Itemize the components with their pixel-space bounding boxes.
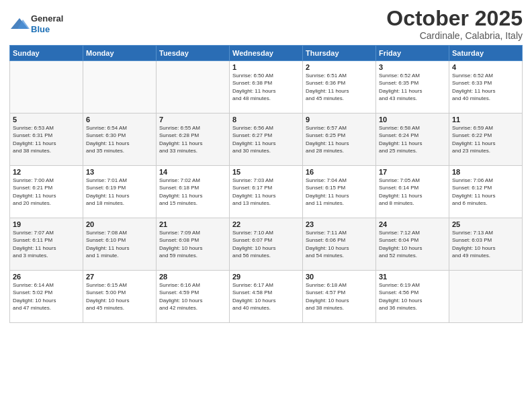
header-wednesday: Wednesday — [230, 46, 303, 61]
day-number: 1 — [232, 63, 300, 71]
calendar-cell: 10Sunrise: 6:58 AM Sunset: 6:24 PM Dayli… — [376, 113, 449, 166]
day-info: Sunrise: 7:09 AM Sunset: 6:08 PM Dayligh… — [159, 229, 226, 259]
calendar-cell: 18Sunrise: 7:06 AM Sunset: 6:12 PM Dayli… — [449, 166, 523, 218]
calendar-cell: 12Sunrise: 7:00 AM Sunset: 6:21 PM Dayli… — [10, 166, 83, 218]
calendar-cell: 30Sunrise: 6:18 AM Sunset: 4:57 PM Dayli… — [303, 271, 376, 323]
day-info: Sunrise: 6:16 AM Sunset: 4:59 PM Dayligh… — [159, 281, 226, 312]
day-info: Sunrise: 7:12 AM Sunset: 6:04 PM Dayligh… — [379, 229, 446, 259]
day-number: 11 — [452, 116, 519, 124]
day-info: Sunrise: 6:52 AM Sunset: 6:33 PM Dayligh… — [452, 72, 519, 102]
logo-icon — [9, 17, 30, 32]
calendar-cell — [10, 61, 83, 113]
logo-text: General Blue — [31, 13, 63, 34]
day-info: Sunrise: 7:11 AM Sunset: 6:06 PM Dayligh… — [306, 229, 373, 259]
day-number: 16 — [306, 168, 373, 176]
calendar-cell: 27Sunrise: 6:15 AM Sunset: 5:00 PM Dayli… — [83, 271, 157, 323]
calendar-cell: 15Sunrise: 7:03 AM Sunset: 6:17 PM Dayli… — [230, 166, 303, 218]
day-info: Sunrise: 6:52 AM Sunset: 6:35 PM Dayligh… — [379, 72, 446, 102]
day-number: 3 — [379, 63, 446, 71]
calendar-cell: 26Sunrise: 6:14 AM Sunset: 5:02 PM Dayli… — [10, 271, 83, 323]
calendar-cell — [83, 61, 157, 113]
day-info: Sunrise: 7:05 AM Sunset: 6:14 PM Dayligh… — [379, 177, 446, 207]
day-info: Sunrise: 6:14 AM Sunset: 5:02 PM Dayligh… — [13, 281, 80, 312]
day-info: Sunrise: 6:58 AM Sunset: 6:24 PM Dayligh… — [379, 124, 446, 154]
day-number: 13 — [86, 168, 153, 176]
day-info: Sunrise: 6:59 AM Sunset: 6:22 PM Dayligh… — [452, 124, 519, 154]
calendar-cell: 11Sunrise: 6:59 AM Sunset: 6:22 PM Dayli… — [449, 113, 523, 166]
calendar-cell: 4Sunrise: 6:52 AM Sunset: 6:33 PM Daylig… — [449, 61, 523, 113]
calendar-cell: 7Sunrise: 6:55 AM Sunset: 6:28 PM Daylig… — [157, 113, 230, 166]
calendar-cell: 14Sunrise: 7:02 AM Sunset: 6:18 PM Dayli… — [157, 166, 230, 218]
day-number: 7 — [159, 116, 226, 124]
day-number: 19 — [13, 220, 80, 228]
logo-general: General — [31, 13, 63, 24]
day-number: 26 — [13, 273, 80, 281]
day-info: Sunrise: 7:03 AM Sunset: 6:17 PM Dayligh… — [232, 177, 300, 207]
day-number: 18 — [452, 168, 519, 176]
calendar-cell: 1Sunrise: 6:50 AM Sunset: 6:38 PM Daylig… — [230, 61, 303, 113]
day-info: Sunrise: 7:00 AM Sunset: 6:21 PM Dayligh… — [13, 177, 80, 207]
day-number: 2 — [306, 63, 373, 71]
calendar-cell: 19Sunrise: 7:07 AM Sunset: 6:11 PM Dayli… — [10, 218, 83, 271]
day-info: Sunrise: 6:53 AM Sunset: 6:31 PM Dayligh… — [13, 124, 80, 154]
day-number: 27 — [86, 273, 153, 281]
day-number: 17 — [379, 168, 446, 176]
calendar-cell: 6Sunrise: 6:54 AM Sunset: 6:30 PM Daylig… — [83, 113, 157, 166]
day-number: 5 — [13, 116, 80, 124]
day-number: 25 — [452, 220, 519, 228]
day-number: 21 — [159, 220, 226, 228]
day-info: Sunrise: 6:15 AM Sunset: 5:00 PM Dayligh… — [86, 281, 153, 312]
day-info: Sunrise: 6:50 AM Sunset: 6:38 PM Dayligh… — [232, 72, 300, 102]
header-monday: Monday — [83, 46, 157, 61]
day-info: Sunrise: 7:04 AM Sunset: 6:15 PM Dayligh… — [306, 177, 373, 207]
calendar-cell: 2Sunrise: 6:51 AM Sunset: 6:36 PM Daylig… — [303, 61, 376, 113]
day-info: Sunrise: 6:19 AM Sunset: 4:56 PM Dayligh… — [379, 281, 446, 312]
calendar-cell: 22Sunrise: 7:10 AM Sunset: 6:07 PM Dayli… — [230, 218, 303, 271]
day-info: Sunrise: 7:06 AM Sunset: 6:12 PM Dayligh… — [452, 177, 519, 207]
day-info: Sunrise: 6:17 AM Sunset: 4:58 PM Dayligh… — [232, 281, 300, 312]
day-number: 28 — [159, 273, 226, 281]
day-number: 20 — [86, 220, 153, 228]
day-info: Sunrise: 7:01 AM Sunset: 6:19 PM Dayligh… — [86, 177, 153, 207]
calendar-cell: 24Sunrise: 7:12 AM Sunset: 6:04 PM Dayli… — [376, 218, 449, 271]
day-info: Sunrise: 6:18 AM Sunset: 4:57 PM Dayligh… — [306, 281, 373, 312]
day-number: 14 — [159, 168, 226, 176]
calendar-cell: 3Sunrise: 6:52 AM Sunset: 6:35 PM Daylig… — [376, 61, 449, 113]
calendar-cell: 28Sunrise: 6:16 AM Sunset: 4:59 PM Dayli… — [157, 271, 230, 323]
calendar-cell — [449, 271, 523, 323]
day-info: Sunrise: 7:10 AM Sunset: 6:07 PM Dayligh… — [232, 229, 300, 259]
day-number: 8 — [232, 116, 300, 124]
month-title: October 2025 — [386, 7, 523, 30]
day-info: Sunrise: 7:08 AM Sunset: 6:10 PM Dayligh… — [86, 229, 153, 259]
calendar-cell: 23Sunrise: 7:11 AM Sunset: 6:06 PM Dayli… — [303, 218, 376, 271]
day-info: Sunrise: 6:54 AM Sunset: 6:30 PM Dayligh… — [86, 124, 153, 154]
day-number: 23 — [306, 220, 373, 228]
day-info: Sunrise: 6:55 AM Sunset: 6:28 PM Dayligh… — [159, 124, 226, 154]
day-number: 31 — [379, 273, 446, 281]
day-number: 4 — [452, 63, 519, 71]
calendar-cell: 16Sunrise: 7:04 AM Sunset: 6:15 PM Dayli… — [303, 166, 376, 218]
calendar-cell: 8Sunrise: 6:56 AM Sunset: 6:27 PM Daylig… — [230, 113, 303, 166]
day-number: 24 — [379, 220, 446, 228]
calendar-table: Sunday Monday Tuesday Wednesday Thursday… — [9, 45, 523, 323]
calendar-cell: 13Sunrise: 7:01 AM Sunset: 6:19 PM Dayli… — [83, 166, 157, 218]
location: Cardinale, Calabria, Italy — [386, 30, 523, 41]
day-number: 12 — [13, 168, 80, 176]
calendar-cell: 29Sunrise: 6:17 AM Sunset: 4:58 PM Dayli… — [230, 271, 303, 323]
calendar-cell: 20Sunrise: 7:08 AM Sunset: 6:10 PM Dayli… — [83, 218, 157, 271]
header-tuesday: Tuesday — [157, 46, 230, 61]
calendar-header: Sunday Monday Tuesday Wednesday Thursday… — [10, 46, 523, 61]
day-info: Sunrise: 6:57 AM Sunset: 6:25 PM Dayligh… — [306, 124, 373, 154]
day-info: Sunrise: 7:07 AM Sunset: 6:11 PM Dayligh… — [13, 229, 80, 259]
calendar-body: 1Sunrise: 6:50 AM Sunset: 6:38 PM Daylig… — [10, 61, 523, 323]
calendar-cell: 21Sunrise: 7:09 AM Sunset: 6:08 PM Dayli… — [157, 218, 230, 271]
header-thursday: Thursday — [303, 46, 376, 61]
header: General Blue October 2025 Cardinale, Cal… — [9, 7, 523, 41]
calendar-cell: 31Sunrise: 6:19 AM Sunset: 4:56 PM Dayli… — [376, 271, 449, 323]
calendar-cell: 25Sunrise: 7:13 AM Sunset: 6:03 PM Dayli… — [449, 218, 523, 271]
calendar-container: General Blue October 2025 Cardinale, Cal… — [0, 0, 532, 411]
header-friday: Friday — [376, 46, 449, 61]
day-number: 15 — [232, 168, 300, 176]
day-info: Sunrise: 7:02 AM Sunset: 6:18 PM Dayligh… — [159, 177, 226, 207]
day-number: 29 — [232, 273, 300, 281]
